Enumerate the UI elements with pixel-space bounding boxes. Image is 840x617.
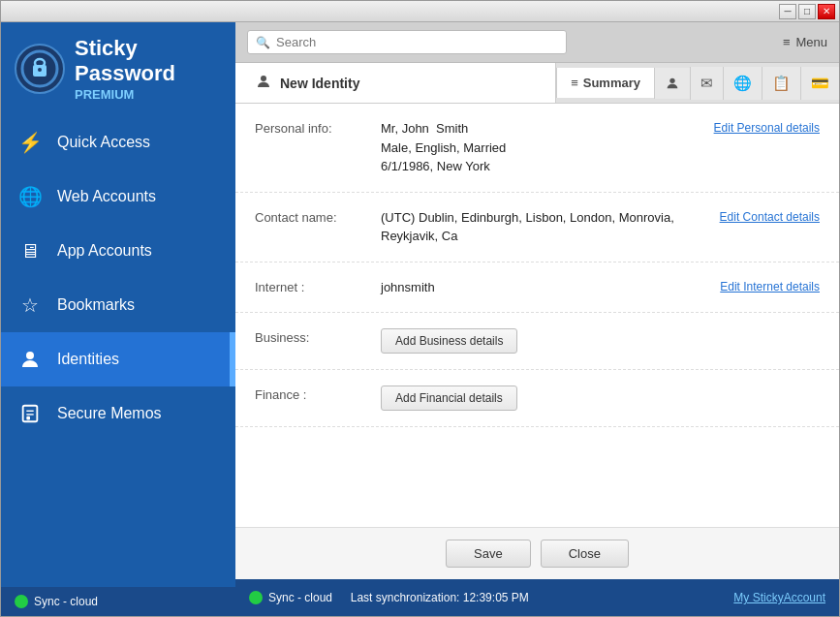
web-accounts-icon: 🌐 [16, 183, 44, 210]
internet-value: johnsmith [381, 278, 710, 297]
brand-name: StickyPassword [75, 36, 175, 87]
bottom-sync-info: Sync - cloud Last synchronization: 12:39… [249, 591, 529, 604]
menu-label: Menu [795, 35, 827, 49]
svg-point-5 [26, 352, 34, 359]
bottom-sync-dot [249, 591, 263, 604]
bookmarks-label: Bookmarks [57, 296, 135, 314]
logo-icon [15, 44, 65, 94]
sidebar-item-web-accounts[interactable]: 🌐 Web Accounts [1, 170, 235, 224]
summary-icon: ≡ [571, 76, 578, 90]
finance-row: Finance : Add Financial details [235, 370, 839, 427]
content-rows: Personal info: Mr, John SmithMale, Engli… [235, 104, 839, 527]
minimize-button[interactable]: ─ [779, 4, 796, 19]
main-area: StickyPassword PREMIUM ⚡ Quick Access 🌐 … [1, 22, 839, 616]
svg-rect-6 [23, 406, 38, 422]
top-bar: 🔍 ≡ Menu [235, 22, 839, 63]
summary-label: Summary [583, 76, 640, 90]
internet-row: Internet : johnsmith Edit Internet detai… [235, 262, 839, 314]
tab-email-icon[interactable]: ✉ [690, 67, 723, 100]
content-area: 🔍 ≡ Menu [235, 22, 839, 616]
bottom-sync-label: Sync - cloud [268, 591, 332, 604]
identity-panel: New Identity ≡ Summary [235, 63, 839, 579]
close-button[interactable]: ✕ [818, 4, 835, 19]
tab-summary[interactable]: ≡ Summary [556, 68, 654, 98]
app-accounts-label: App Accounts [57, 242, 152, 260]
my-account-link[interactable]: My StickyAccount [733, 591, 825, 604]
personal-info-row: Personal info: Mr, John SmithMale, Engli… [235, 104, 839, 193]
business-value: Add Business details [381, 328, 820, 354]
svg-rect-9 [26, 416, 30, 420]
svg-point-11 [669, 77, 674, 82]
personal-info-label: Personal info: [255, 119, 371, 136]
business-row: Business: Add Business details [235, 313, 839, 370]
identity-tab-person-icon [255, 73, 272, 93]
edit-contact-link[interactable]: Edit Contact details [720, 208, 820, 224]
logo-text: StickyPassword PREMIUM [75, 36, 175, 102]
sync-info: Sync - cloud [15, 595, 98, 608]
sidebar-item-quick-access[interactable]: ⚡ Quick Access [1, 115, 235, 170]
save-button[interactable]: Save [446, 540, 531, 568]
edit-personal-link[interactable]: Edit Personal details [714, 119, 820, 135]
quick-access-label: Quick Access [57, 134, 150, 151]
finance-value: Add Financial details [381, 386, 820, 411]
bottom-sync-time: Last synchronization: 12:39:05 PM [351, 591, 529, 604]
sync-indicator [15, 595, 28, 608]
secure-memos-label: Secure Memos [57, 405, 162, 422]
sidebar-item-secure-memos[interactable]: Secure Memos [1, 386, 235, 441]
tab-bar: New Identity ≡ Summary [235, 63, 839, 104]
contact-name-label: Contact name: [255, 208, 371, 225]
menu-button[interactable]: ≡ Menu [783, 35, 827, 49]
contact-name-value: (UTC) Dublin, Edinburgh, Lisbon, London,… [381, 208, 710, 246]
sidebar-item-app-accounts[interactable]: 🖥 App Accounts [1, 224, 235, 278]
svg-point-10 [261, 76, 266, 81]
contact-name-row: Contact name: (UTC) Dublin, Edinburgh, L… [235, 193, 839, 262]
sync-label: Sync - cloud [34, 595, 98, 608]
title-bar: ─ □ ✕ [1, 1, 839, 22]
app-accounts-icon: 🖥 [16, 237, 44, 264]
identities-icon [16, 346, 44, 373]
bottom-status-bar: Sync - cloud Last synchronization: 12:39… [235, 579, 839, 616]
personal-info-value: Mr, John SmithMale, English, Married6/1/… [381, 119, 704, 176]
sidebar-item-bookmarks[interactable]: ☆ Bookmarks [1, 278, 235, 332]
edit-internet-link[interactable]: Edit Internet details [720, 278, 820, 293]
window-controls: ─ □ ✕ [779, 4, 835, 19]
finance-label: Finance : [255, 386, 371, 402]
tab-buttons: ≡ Summary ✉ 🌐 📋 💳 [556, 63, 839, 103]
premium-label: PREMIUM [75, 87, 175, 103]
tab-person-icon[interactable] [654, 68, 690, 99]
sidebar: StickyPassword PREMIUM ⚡ Quick Access 🌐 … [1, 22, 235, 616]
close-button[interactable]: Close [541, 540, 629, 568]
tab-business-icon[interactable]: 📋 [762, 67, 800, 100]
sidebar-item-identities[interactable]: Identities [1, 332, 235, 386]
internet-label: Internet : [255, 278, 371, 294]
logo-area: StickyPassword PREMIUM [1, 22, 235, 115]
identity-tab-label: New Identity [280, 76, 359, 91]
search-icon: 🔍 [256, 36, 270, 49]
secure-memos-icon [16, 400, 44, 427]
panel-footer: Save Close [235, 527, 839, 579]
search-box[interactable]: 🔍 [247, 30, 567, 54]
sidebar-status: Sync - cloud [1, 587, 235, 616]
bookmarks-icon: ☆ [16, 292, 44, 319]
search-input[interactable] [276, 35, 558, 49]
main-window: ─ □ ✕ StickyPassword PRE [0, 0, 840, 617]
business-label: Business: [255, 328, 371, 345]
web-accounts-label: Web Accounts [57, 188, 156, 205]
tab-web-icon[interactable]: 🌐 [723, 67, 762, 100]
identity-tab[interactable]: New Identity [235, 63, 556, 103]
add-financial-button[interactable]: Add Financial details [381, 386, 517, 411]
identities-label: Identities [57, 351, 119, 368]
maximize-button[interactable]: □ [798, 4, 816, 19]
quick-access-icon: ⚡ [16, 129, 44, 156]
menu-icon: ≡ [783, 35, 791, 49]
tab-finance-icon[interactable]: 💳 [800, 67, 839, 100]
svg-point-4 [38, 68, 42, 72]
add-business-button[interactable]: Add Business details [381, 328, 517, 354]
